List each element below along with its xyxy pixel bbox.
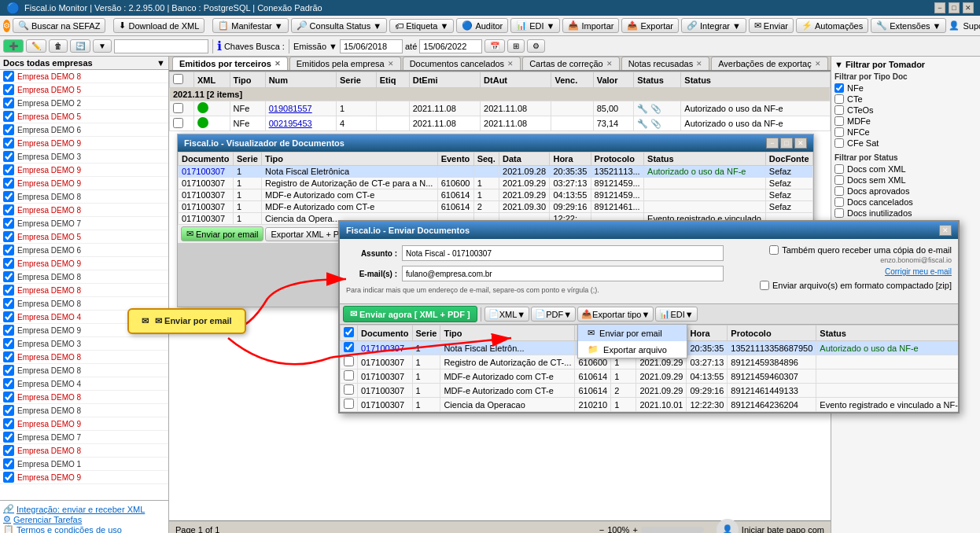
automacoes-button[interactable]: ⚡ Automações (796, 18, 868, 33)
document-link[interactable]: 002195453 (265, 116, 336, 131)
tab-close-icon[interactable]: ✕ (274, 60, 281, 68)
company-checkbox[interactable] (3, 378, 14, 389)
filter-item-nfe[interactable]: NFe (834, 83, 977, 94)
filter-item-cfesat[interactable]: CFe Sat (834, 138, 977, 149)
filter-item-comxml[interactable]: Docs com XML (834, 164, 977, 175)
list-item[interactable]: Empresa DEMO 1 (0, 458, 168, 471)
integration-link[interactable]: 🔗 Integração: enviar e receber XML (3, 504, 165, 514)
list-item[interactable]: Empresa DEMO 3 (0, 337, 168, 351)
row-checkbox[interactable] (173, 103, 183, 113)
company-checkbox[interactable] (3, 418, 14, 429)
company-checkbox[interactable] (3, 231, 14, 242)
list-item[interactable]: Empresa DEMO 6 (0, 123, 168, 137)
zip-checkbox[interactable] (760, 281, 769, 290)
filter-item-aprovados[interactable]: Docs aprovados (834, 186, 977, 197)
inutilizados-checkbox[interactable] (834, 208, 844, 218)
assunto-input[interactable] (402, 245, 724, 261)
list-item[interactable]: Empresa DEMO 9 (0, 177, 168, 190)
tab-cancelados[interactable]: Documentos cancelados ✕ (403, 57, 521, 70)
row-checkbox[interactable] (344, 342, 354, 352)
tab-close-icon[interactable]: ✕ (507, 60, 514, 68)
list-item[interactable]: Empresa DEMO 5 (0, 230, 168, 244)
vis-maximize-button[interactable]: □ (780, 138, 793, 149)
list-item[interactable]: Empresa DEMO 8 (0, 404, 168, 417)
delete-button[interactable]: 🗑 (49, 39, 68, 53)
row-checkbox[interactable] (344, 399, 354, 409)
exportar-button[interactable]: 📤 Exportar (621, 18, 679, 33)
dropdown-item-exportar-arquivo[interactable]: 📁 Exportar arquivo (578, 341, 687, 358)
tab-emitidos-empresa[interactable]: Emitidos pela empresa ✕ (289, 57, 401, 70)
company-checkbox[interactable] (3, 351, 14, 362)
company-checkbox[interactable] (3, 204, 14, 215)
cte-checkbox[interactable] (834, 94, 844, 104)
exportar-dropdown-button[interactable]: 📤 Exportar tipo ▼ (577, 307, 654, 322)
edi-button[interactable]: 📊 EDI ▼ (510, 18, 560, 33)
aprovados-checkbox[interactable] (834, 186, 844, 196)
etiqueta-button[interactable]: 🏷 Etiqueta ▼ (389, 19, 454, 33)
company-checkbox[interactable] (3, 124, 14, 135)
list-item[interactable]: Empresa DEMO 3 (0, 150, 168, 164)
list-item[interactable]: Empresa DEMO 8 (0, 270, 168, 284)
settings-button[interactable]: ⚙ (527, 39, 545, 53)
row-checkbox[interactable] (173, 118, 183, 128)
copy-email-checkbox[interactable] (769, 245, 779, 255)
company-checkbox[interactable] (3, 258, 14, 269)
enviar-table-row[interactable]: 017100307 1 MDF-e Autorizado com CT-e 61… (341, 384, 959, 398)
close-button[interactable]: ✕ (963, 2, 974, 13)
xml-dropdown-button[interactable]: 📄 XML ▼ (484, 307, 530, 322)
document-link[interactable]: 019081557 (265, 101, 336, 116)
vis-close-button[interactable]: ✕ (794, 138, 807, 149)
cancelados-checkbox[interactable] (834, 197, 844, 207)
zoom-in-button[interactable]: + (632, 525, 637, 534)
vis-table-row[interactable]: 017100307 1 Registro de Autorização de C… (179, 178, 813, 189)
company-checkbox[interactable] (3, 338, 14, 349)
tab-close-icon[interactable]: ✕ (606, 60, 613, 68)
company-checkbox[interactable] (3, 472, 14, 483)
company-checkbox[interactable] (3, 285, 14, 296)
zoom-out-button[interactable]: − (599, 525, 604, 534)
list-item[interactable]: Empresa DEMO 8 (0, 444, 168, 458)
integrar-button[interactable]: 🔗 Integrar ▼ (681, 18, 746, 33)
download-xml-button[interactable]: ⬇ Download de XML (113, 18, 204, 33)
importar-button[interactable]: 📥 Importar (562, 18, 619, 33)
vis-table-row[interactable]: 017100307 1 Nota Fiscal Eletrônica 2021.… (179, 166, 813, 178)
auditor-button[interactable]: 🔵 Auditor (456, 18, 508, 33)
consulta-status-button[interactable]: 🔎 Consulta Status ▼ (291, 18, 388, 33)
list-item[interactable]: Empresa DEMO 8 (0, 391, 168, 404)
buscar-sefaz-button[interactable]: 🔍 Buscar na SEFAZ (13, 18, 105, 33)
select-all[interactable] (344, 327, 354, 337)
company-checkbox[interactable] (3, 244, 14, 255)
list-item[interactable]: Empresa DEMO 9 (0, 417, 168, 431)
company-checkbox[interactable] (3, 271, 14, 282)
company-checkbox[interactable] (3, 432, 14, 443)
company-checkbox[interactable] (3, 97, 14, 108)
zoom-slider[interactable] (641, 527, 704, 533)
tab-averbacoes[interactable]: Averbações de exportaç ✕ (711, 57, 827, 70)
company-checkbox[interactable] (3, 191, 14, 202)
company-checkbox[interactable] (3, 111, 14, 122)
list-item[interactable]: Empresa DEMO 8 (0, 364, 168, 377)
row-checkbox[interactable] (344, 356, 354, 366)
company-checkbox[interactable] (3, 298, 14, 309)
list-item[interactable]: Empresa DEMO 9 (0, 257, 168, 270)
list-item[interactable]: Empresa DEMO 4 (0, 377, 168, 391)
enviar-close-button[interactable]: ✕ (939, 225, 952, 236)
maximize-button[interactable]: □ (949, 2, 960, 13)
list-item[interactable]: Empresa DEMO 7 (0, 431, 168, 444)
filter-item-semxml[interactable]: Docs sem XML (834, 175, 977, 186)
company-checkbox[interactable] (3, 178, 14, 189)
terms-link[interactable]: 📋 Termos e condições de uso (3, 524, 165, 533)
company-checkbox[interactable] (3, 71, 14, 82)
company-checkbox[interactable] (3, 391, 14, 403)
company-checkbox[interactable] (3, 84, 14, 95)
add-button[interactable]: ➕ (3, 39, 24, 53)
nfe-checkbox[interactable] (834, 83, 844, 93)
send-now-button[interactable]: ✉ Enviar agora [ XML + PDF ] (343, 306, 477, 322)
enviar-table-row[interactable]: 017100307 1 MDF-e Autorizado com CT-e 61… (341, 369, 959, 384)
company-checkbox[interactable] (3, 151, 14, 162)
vis-table-row[interactable]: 017100307 1 MDF-e Autorizado com CT-e 61… (179, 201, 813, 213)
vis-enviar-email-button[interactable]: ✉ Enviar por email (181, 226, 263, 241)
row-checkbox[interactable] (344, 384, 354, 395)
company-checkbox[interactable] (3, 164, 14, 175)
company-checkbox[interactable] (3, 138, 14, 149)
